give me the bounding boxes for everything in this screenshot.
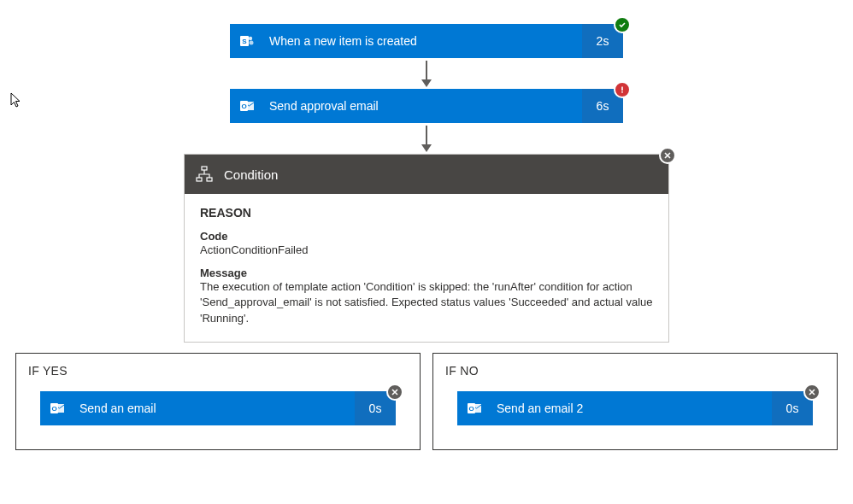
svg-rect-10 xyxy=(197,178,202,181)
outlook-icon: O xyxy=(230,89,264,123)
skipped-badge-icon xyxy=(803,384,821,401)
approval-label: Send approval email xyxy=(264,99,582,113)
if-no-branch: IF NO O Send an email 2 0s xyxy=(432,353,838,450)
error-badge-icon xyxy=(614,81,631,98)
reason-heading: REASON xyxy=(200,206,653,220)
flow-run-container: S When a new item is created 2s O Send a… xyxy=(0,0,853,343)
branches-container: IF YES O Send an email 0s IF NO O Send a… xyxy=(15,353,838,450)
arrow-connector-icon xyxy=(421,123,432,154)
no-email-label: Send an email 2 xyxy=(491,401,772,415)
condition-header[interactable]: Condition xyxy=(185,155,668,194)
svg-point-2 xyxy=(249,37,252,40)
outlook-icon: O xyxy=(40,391,74,425)
message-value: The execution of template action 'Condit… xyxy=(200,279,653,326)
skipped-badge-icon xyxy=(386,384,403,401)
svg-rect-8 xyxy=(621,91,623,93)
trigger-step[interactable]: S When a new item is created 2s xyxy=(230,24,623,58)
if-no-label: IF NO xyxy=(445,364,825,378)
condition-body: REASON Code ActionConditionFailed Messag… xyxy=(185,194,668,342)
code-value: ActionConditionFailed xyxy=(200,243,653,258)
svg-rect-9 xyxy=(202,167,207,170)
svg-text:S: S xyxy=(242,38,247,45)
sharepoint-icon: S xyxy=(230,24,264,58)
if-yes-label: IF YES xyxy=(28,364,408,378)
skipped-badge-icon xyxy=(659,147,676,164)
code-label: Code xyxy=(200,230,653,243)
svg-rect-7 xyxy=(621,87,623,91)
yes-email-step[interactable]: O Send an email 0s xyxy=(40,391,396,425)
arrow-connector-icon xyxy=(421,58,432,89)
approval-step[interactable]: O Send approval email 6s xyxy=(230,89,623,123)
yes-email-label: Send an email xyxy=(74,401,355,415)
svg-point-3 xyxy=(250,41,254,45)
svg-rect-11 xyxy=(207,178,212,181)
trigger-label: When a new item is created xyxy=(264,34,582,48)
condition-title: Condition xyxy=(215,167,278,182)
message-label: Message xyxy=(200,267,653,279)
svg-text:O: O xyxy=(51,405,56,413)
outlook-icon: O xyxy=(457,391,491,425)
svg-text:O: O xyxy=(468,405,474,413)
if-yes-branch: IF YES O Send an email 0s xyxy=(15,353,421,450)
success-badge-icon xyxy=(614,16,631,33)
no-email-step[interactable]: O Send an email 2 0s xyxy=(457,391,813,425)
condition-icon xyxy=(193,166,215,183)
condition-card[interactable]: Condition REASON Code ActionConditionFai… xyxy=(184,154,669,343)
svg-text:O: O xyxy=(241,103,246,110)
